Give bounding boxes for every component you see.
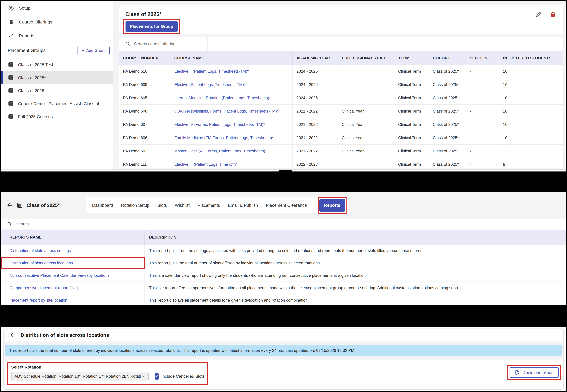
section-cell: -	[466, 118, 499, 131]
column-header: ACADEMIC YEAR	[293, 51, 338, 65]
report-name-link[interactable]: Distribution of slots across settings	[9, 248, 71, 253]
cohort-cell: Class of 2025*	[429, 91, 466, 104]
report-name-link[interactable]: Placement report by site/location	[9, 298, 67, 303]
course-name-link[interactable]: OB/GYN (Wishlists, Forms, Patient Logs, …	[174, 109, 278, 113]
delete-trash-icon[interactable]	[550, 11, 557, 18]
registered-students-cell: 10	[499, 118, 563, 131]
search-icon	[125, 41, 130, 47]
list-icon	[8, 62, 14, 68]
course-number-cell: PA Demo 111	[119, 158, 170, 168]
sidebar-item-setup[interactable]: Setup	[1, 1, 113, 15]
academic-year-cell: 2021 - 2022	[293, 118, 338, 131]
professional-year-cell: Clinical Year	[338, 131, 394, 144]
download-report-button[interactable]: Download report	[510, 367, 559, 378]
report-description-cell: This live report offers comprehensive in…	[145, 282, 566, 294]
tab[interactable]: Rotation Setup	[121, 203, 150, 208]
tab[interactable]: Placements	[198, 203, 220, 208]
placements-for-group-button[interactable]: Placements for Group	[125, 21, 178, 32]
sidebar-item-label: Course Offerings	[19, 19, 52, 25]
sidebar-item-reports[interactable]: Reports	[1, 29, 113, 43]
sidebar-group-item[interactable]: Class of 2026	[1, 84, 113, 97]
academic-year-cell: 2024 - 2025	[293, 78, 338, 91]
course-name-link[interactable]: Elective (Patient Logs, Timesheets-TM)*	[174, 83, 245, 87]
reports-list-panel: Class of 2025* Dashboard Rotation Setup …	[1, 192, 566, 305]
academic-year-cell: 2024 - 2025	[293, 91, 338, 104]
rotation-dropdown-value: ADV Schedule Rotation, Rotation 10*, Rot…	[14, 374, 140, 379]
tab[interactable]: Wishlist	[175, 203, 190, 208]
report-detail-card: Distribution of slots across locations T…	[3, 328, 564, 390]
report-controls: Select Rotation ADV Schedule Rotation, R…	[3, 360, 564, 389]
group-title: Class of 2025*	[27, 202, 60, 208]
column-header: REGISTERED STUDENTS	[499, 51, 563, 65]
professional-year-cell	[338, 65, 394, 78]
list-icon	[16, 202, 23, 209]
column-header: TERM	[394, 51, 429, 65]
back-arrow-icon[interactable]	[6, 202, 13, 209]
main-content: Class of 2025*	[113, 1, 566, 169]
term-cell: Clinical Term	[394, 91, 429, 104]
report-name-link[interactable]: Comprehensive placement report [live]	[9, 286, 78, 290]
tab-bar: Dashboard Rotation Setup Slots Wishlist …	[86, 197, 348, 213]
registered-students-cell: 10	[499, 78, 563, 91]
course-search-input[interactable]	[134, 41, 207, 46]
course-search-box	[119, 37, 208, 51]
course-name-link[interactable]: Master Class (All Forms, Patient Logs, T…	[174, 149, 267, 154]
table-row: PA Demo 607 Elective IV (Forms, Patient …	[119, 118, 563, 131]
section-cell: -	[466, 131, 499, 144]
course-name-link[interactable]: Elective III (Patient Logs, Time Off)*	[174, 162, 237, 167]
term-cell: Clinical Term	[394, 118, 429, 131]
tab[interactable]: Dashboard	[92, 203, 113, 208]
include-cancelled-checkbox[interactable]: ✓	[155, 373, 159, 379]
chevron-down-icon: ▼	[142, 375, 145, 378]
registered-students-cell: 10	[499, 105, 563, 118]
list-icon	[8, 101, 14, 107]
rotation-dropdown[interactable]: ADV Schedule Rotation, Rotation 10*, Rot…	[11, 372, 149, 381]
reports-search-input[interactable]	[15, 222, 94, 226]
books-icon	[8, 19, 14, 25]
info-banner: This report pulls the total number of sl…	[5, 345, 562, 356]
group-header-card: Class of 2025*	[119, 5, 564, 34]
professional-year-cell	[338, 158, 394, 168]
sidebar-group-item[interactable]: Cohere Demo - Placement Assist (Class of…	[1, 97, 113, 110]
add-group-button[interactable]: + Add Group	[78, 46, 110, 55]
table-row: PA Demo 606 Family Medicine (FM Forms, P…	[119, 131, 563, 145]
sidebar-group-item[interactable]: Class of 2025 Test	[1, 58, 113, 71]
term-cell: Clinical Term	[394, 105, 429, 118]
cohort-cell: Class of 2025*	[429, 65, 466, 78]
course-number-cell: PA Demo 608	[119, 105, 170, 118]
back-arrow-icon[interactable]	[9, 332, 16, 338]
sidebar-group-label: Class of 2025 Test	[18, 62, 53, 67]
tab-reports-active[interactable]: Reports	[319, 199, 345, 212]
sidebar-group-label: Class of 2026	[18, 88, 44, 93]
search-icon	[7, 221, 12, 227]
placement-groups-list: Class of 2025 Test Class of 2025*	[1, 58, 113, 123]
edit-pencil-icon[interactable]	[535, 11, 542, 18]
cohort-cell: Class of 2025*	[429, 145, 466, 158]
course-name-link[interactable]: Family Medicine (FM Forms, Patient Logs,…	[174, 136, 274, 140]
column-header: DESCRIPTION	[145, 230, 566, 245]
professional-year-cell	[338, 91, 394, 104]
group-header-bar: Class of 2025* Dashboard Rotation Setup …	[1, 192, 566, 219]
sidebar-group-item[interactable]: Fall 2025 Courses	[1, 110, 113, 123]
report-description-cell: This is a calendar view report showing o…	[145, 269, 566, 281]
sidebar-group-item[interactable]: Class of 2025*	[1, 71, 113, 84]
tab[interactable]: Placement Clearance	[266, 203, 307, 208]
cohort-cell: Class of 2025*	[429, 131, 466, 144]
report-name-link[interactable]: Distribution of slots across locations	[9, 261, 73, 266]
panel-divider-band	[0, 305, 567, 327]
academic-year-cell: 2024 - 2025	[293, 65, 338, 78]
section-cell: -	[466, 91, 499, 104]
banner-strip: This report pulls the total number of sl…	[3, 341, 564, 360]
course-name-link[interactable]: Elective IV (Forms, Patient Logs, Timesh…	[174, 122, 265, 127]
column-header: COURSE NUMBER	[119, 51, 170, 65]
sidebar-item-course-offerings[interactable]: Course Offerings	[1, 15, 113, 29]
tab[interactable]: Email & Publish	[228, 203, 258, 208]
course-name-link[interactable]: Elective II (Patient Logs, Timesheets-TM…	[174, 69, 249, 74]
course-number-cell: PA Demo 609	[119, 78, 170, 91]
report-name-link[interactable]: Non-consecutive Placement Calendar View …	[9, 273, 109, 278]
tab[interactable]: Slots	[157, 203, 167, 208]
annotation-box-rotation: Select Rotation ADV Schedule Rotation, R…	[7, 362, 208, 385]
report-description-cell: This report displays all placement detai…	[145, 294, 566, 306]
course-number-cell: PA Demo 610	[119, 65, 170, 78]
course-name-link[interactable]: Internal Medicine Rotation (Patient Logs…	[174, 96, 271, 100]
